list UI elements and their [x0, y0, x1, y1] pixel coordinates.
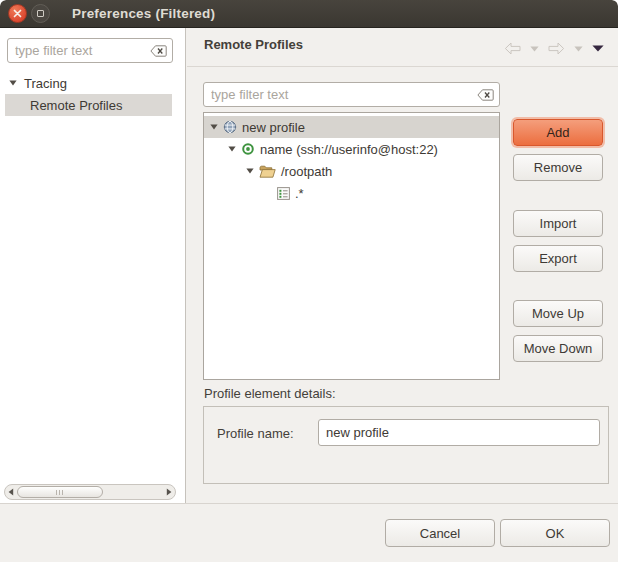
- sidebar-item-label: Remote Profiles: [30, 98, 122, 113]
- remote-profiles-pane: Remote Profiles new profile: [187, 28, 618, 503]
- tree-item-label: .*: [295, 186, 304, 201]
- sidebar-filter-box: [7, 38, 173, 63]
- profiles-filter-box: [203, 82, 500, 107]
- header-separator: [187, 66, 618, 67]
- preferences-dialog: Preferences (Filtered) Tracing Remote Pr…: [0, 0, 618, 562]
- scrollbar-thumb[interactable]: [17, 486, 103, 498]
- maximize-button[interactable]: [31, 4, 50, 23]
- profile-name-input[interactable]: [318, 419, 600, 446]
- remove-button[interactable]: Remove: [513, 154, 603, 181]
- connection-node-icon: [241, 142, 255, 156]
- sidebar-item-tracing[interactable]: Tracing: [5, 72, 172, 94]
- ok-button[interactable]: OK: [500, 519, 610, 547]
- tree-item-new-profile[interactable]: new profile: [204, 116, 499, 138]
- expander-down-icon[interactable]: [210, 124, 218, 130]
- tree-item-label: /rootpath: [281, 164, 332, 179]
- sidebar-filter-input[interactable]: [8, 43, 150, 58]
- details-section-label: Profile element details:: [204, 386, 336, 401]
- open-folder-icon: [259, 165, 276, 178]
- pane-navigation: [504, 42, 604, 55]
- trace-filter-icon: [277, 187, 290, 200]
- sidebar-item-label: Tracing: [24, 76, 67, 91]
- import-button[interactable]: Import: [513, 210, 603, 237]
- tree-item-label: new profile: [242, 120, 305, 135]
- expander-down-icon[interactable]: [228, 146, 236, 152]
- scroll-right-arrow-icon[interactable]: [166, 488, 172, 496]
- scroll-left-arrow-icon[interactable]: [8, 488, 14, 496]
- move-up-button[interactable]: Move Up: [513, 300, 603, 327]
- back-arrow-icon[interactable]: [504, 42, 521, 55]
- tree-item-label: name (ssh://userinfo@host:22): [260, 142, 438, 157]
- expander-down-icon[interactable]: [246, 168, 254, 174]
- back-history-dropdown-icon[interactable]: [530, 46, 539, 52]
- close-icon: [13, 9, 22, 18]
- profile-details-group: Profile name:: [203, 406, 609, 484]
- tree-item-node-name[interactable]: name (ssh://userinfo@host:22): [204, 138, 499, 160]
- tree-item-filter-pattern[interactable]: .*: [204, 182, 499, 204]
- forward-history-dropdown-icon[interactable]: [574, 46, 583, 52]
- add-button[interactable]: Add: [513, 119, 603, 146]
- profile-name-label: Profile name:: [217, 426, 294, 441]
- horizontal-scrollbar[interactable]: [4, 484, 176, 500]
- view-menu-icon[interactable]: [592, 45, 604, 52]
- preferences-tree: Tracing Remote Profiles: [5, 72, 172, 116]
- cancel-button[interactable]: Cancel: [385, 519, 495, 547]
- titlebar: Preferences (Filtered): [0, 0, 618, 28]
- window-title: Preferences (Filtered): [72, 6, 215, 21]
- close-button[interactable]: [8, 4, 27, 23]
- move-down-button[interactable]: Move Down: [513, 335, 603, 362]
- clear-filter-icon[interactable]: [150, 45, 167, 57]
- expander-down-icon[interactable]: [9, 80, 17, 86]
- dialog-footer: Cancel OK: [0, 503, 618, 562]
- scrollbar-track[interactable]: [16, 486, 164, 498]
- profiles-filter-input[interactable]: [204, 87, 477, 102]
- forward-arrow-icon[interactable]: [548, 42, 565, 55]
- clear-filter-icon[interactable]: [477, 89, 494, 101]
- profiles-tree: new profile name (ssh://userinfo@host:22…: [203, 112, 500, 380]
- sidebar-item-remote-profiles[interactable]: Remote Profiles: [5, 94, 172, 116]
- tree-item-rootpath[interactable]: /rootpath: [204, 160, 499, 182]
- profile-globe-icon: [223, 120, 237, 134]
- export-button[interactable]: Export: [513, 245, 603, 272]
- preferences-sidebar: Tracing Remote Profiles: [0, 28, 186, 503]
- maximize-icon: [37, 10, 44, 17]
- page-title: Remote Profiles: [204, 37, 303, 52]
